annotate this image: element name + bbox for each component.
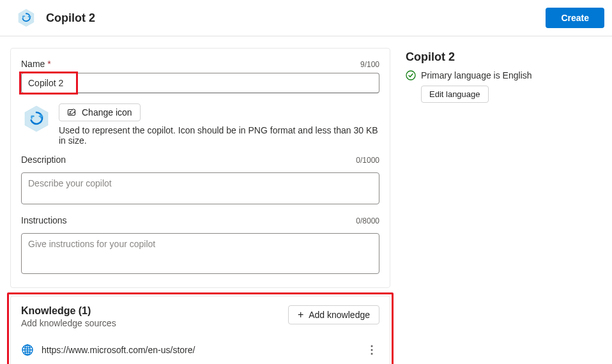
instructions-label: Instructions: [21, 215, 67, 225]
name-field-header: Name * 9/100: [21, 59, 379, 73]
name-input-wrap: [21, 73, 379, 93]
knowledge-title: Knowledge (1): [21, 305, 116, 317]
icon-right: Change icon Used to represent the copilo…: [59, 103, 379, 146]
instructions-textarea[interactable]: [21, 233, 379, 274]
side-title: Copilot 2: [406, 50, 602, 64]
description-field-header: Description 0/1000: [21, 155, 379, 169]
copilot-avatar-icon: [21, 103, 52, 134]
instructions-counter: 0/8000: [356, 216, 379, 225]
name-label: Name *: [21, 59, 51, 69]
svg-point-9: [406, 71, 415, 80]
edit-image-icon: [67, 107, 77, 118]
knowledge-item-menu-button[interactable]: [364, 342, 379, 358]
checkmark-circle-icon: [406, 70, 416, 80]
svg-point-8: [371, 353, 373, 355]
page-header: Copilot 2 Create: [0, 0, 612, 36]
add-knowledge-label: Add knowledge: [309, 310, 370, 320]
description-counter: 0/1000: [356, 156, 379, 165]
language-status-text: Primary language is English: [421, 70, 532, 80]
knowledge-header: Knowledge (1) Add knowledge sources + Ad…: [21, 305, 379, 328]
header-left: Copilot 2: [15, 7, 95, 29]
icon-hint: Used to represent the copilot. Icon shou…: [59, 125, 379, 146]
knowledge-item-url: https://www.microsoft.com/en-us/store/: [42, 345, 356, 355]
knowledge-header-text: Knowledge (1) Add knowledge sources: [21, 305, 116, 328]
create-button[interactable]: Create: [546, 8, 604, 28]
svg-marker-0: [19, 9, 34, 26]
main-column: Name * 9/100: [0, 36, 401, 364]
change-icon-label: Change icon: [82, 107, 132, 118]
knowledge-item: https://www.microsoft.com/en-us/store/: [21, 342, 379, 358]
plus-icon: +: [298, 310, 303, 320]
svg-point-7: [371, 349, 373, 351]
svg-point-6: [371, 345, 373, 347]
knowledge-subtitle: Add knowledge sources: [21, 318, 116, 328]
knowledge-section: Knowledge (1) Add knowledge sources + Ad…: [10, 296, 390, 364]
name-counter: 9/100: [360, 60, 379, 69]
required-indicator: *: [47, 59, 50, 69]
vertical-dots-icon: [371, 345, 373, 355]
icon-row: Change icon Used to represent the copilo…: [21, 103, 379, 146]
page-title: Copilot 2: [46, 11, 95, 25]
name-label-text: Name: [21, 59, 45, 69]
instructions-field-header: Instructions 0/8000: [21, 215, 379, 229]
language-status-row: Primary language is English: [406, 70, 602, 80]
change-icon-button[interactable]: Change icon: [59, 103, 141, 121]
edit-language-button[interactable]: Edit language: [421, 86, 489, 103]
name-input[interactable]: [21, 73, 379, 93]
globe-icon: [21, 344, 34, 356]
copilot-icon: [15, 7, 37, 29]
side-panel: Copilot 2 Primary language is English Ed…: [401, 36, 612, 364]
body: Name * 9/100: [0, 36, 612, 364]
description-textarea[interactable]: [21, 172, 379, 204]
description-label: Description: [21, 155, 66, 165]
add-knowledge-button[interactable]: + Add knowledge: [288, 305, 379, 324]
copilot-details-section: Name * 9/100: [10, 48, 390, 288]
svg-marker-1: [25, 106, 48, 132]
form-card: Name * 9/100: [10, 48, 390, 364]
